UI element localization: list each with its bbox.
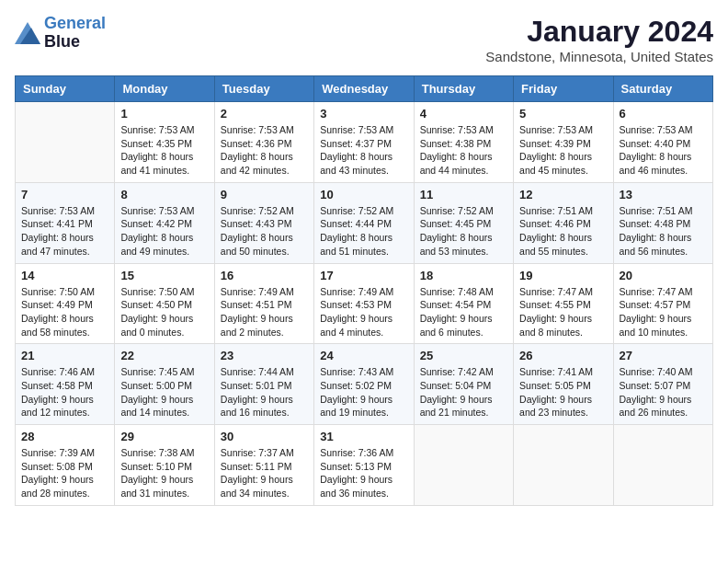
calendar-cell — [514, 425, 613, 506]
cell-content: Sunrise: 7:50 AMSunset: 4:50 PMDaylight:… — [120, 285, 208, 339]
day-header-thursday: Thursday — [414, 76, 513, 102]
day-header-wednesday: Wednesday — [314, 76, 414, 102]
calendar-cell: 12Sunrise: 7:51 AMSunset: 4:46 PMDayligh… — [514, 182, 613, 263]
day-number: 21 — [21, 349, 108, 362]
cell-content: Sunrise: 7:45 AMSunset: 5:00 PMDaylight:… — [120, 365, 208, 419]
calendar-cell — [414, 425, 513, 506]
cell-content: Sunrise: 7:46 AMSunset: 4:58 PMDaylight:… — [21, 365, 108, 419]
day-number: 26 — [519, 349, 607, 362]
day-number: 16 — [221, 269, 308, 282]
calendar-cell: 30Sunrise: 7:37 AMSunset: 5:11 PMDayligh… — [214, 425, 313, 506]
cell-content: Sunrise: 7:38 AMSunset: 5:10 PMDaylight:… — [120, 446, 208, 500]
day-number: 28 — [21, 430, 108, 443]
week-row-4: 21Sunrise: 7:46 AMSunset: 4:58 PMDayligh… — [16, 344, 713, 425]
day-number: 19 — [519, 269, 607, 282]
calendar-cell: 13Sunrise: 7:51 AMSunset: 4:48 PMDayligh… — [613, 182, 712, 263]
calendar-cell: 11Sunrise: 7:52 AMSunset: 4:45 PMDayligh… — [414, 182, 513, 263]
cell-content: Sunrise: 7:52 AMSunset: 4:43 PMDaylight:… — [221, 204, 308, 259]
cell-content: Sunrise: 7:36 AMSunset: 5:13 PMDaylight:… — [320, 446, 407, 500]
day-number: 20 — [620, 269, 707, 282]
day-number: 17 — [320, 269, 407, 282]
cell-content: Sunrise: 7:53 AMSunset: 4:36 PMDaylight:… — [221, 123, 308, 178]
page-header: General Blue January 2024 Sandstone, Min… — [15, 15, 713, 64]
calendar-cell: 8Sunrise: 7:53 AMSunset: 4:42 PMDaylight… — [115, 182, 214, 263]
calendar-cell: 2Sunrise: 7:53 AMSunset: 4:36 PMDaylight… — [214, 102, 313, 183]
calendar-cell: 19Sunrise: 7:47 AMSunset: 4:55 PMDayligh… — [514, 263, 613, 344]
calendar-cell: 24Sunrise: 7:43 AMSunset: 5:02 PMDayligh… — [314, 344, 414, 425]
day-number: 12 — [519, 188, 607, 201]
cell-content: Sunrise: 7:39 AMSunset: 5:08 PMDaylight:… — [21, 446, 108, 500]
day-header-tuesday: Tuesday — [214, 76, 313, 102]
day-header-friday: Friday — [514, 76, 613, 102]
calendar-cell: 27Sunrise: 7:40 AMSunset: 5:07 PMDayligh… — [613, 344, 712, 425]
month-title: January 2024 — [485, 15, 713, 49]
cell-content: Sunrise: 7:40 AMSunset: 5:07 PMDaylight:… — [620, 365, 707, 419]
day-header-saturday: Saturday — [613, 76, 712, 102]
logo-text: General Blue — [44, 15, 106, 52]
calendar-cell: 31Sunrise: 7:36 AMSunset: 5:13 PMDayligh… — [314, 425, 414, 506]
cell-content: Sunrise: 7:53 AMSunset: 4:40 PMDaylight:… — [620, 123, 707, 178]
cell-content: Sunrise: 7:44 AMSunset: 5:01 PMDaylight:… — [221, 365, 308, 419]
cell-content: Sunrise: 7:51 AMSunset: 4:46 PMDaylight:… — [519, 204, 607, 259]
cell-content: Sunrise: 7:48 AMSunset: 4:54 PMDaylight:… — [420, 285, 507, 339]
day-number: 27 — [620, 349, 707, 362]
week-row-2: 7Sunrise: 7:53 AMSunset: 4:41 PMDaylight… — [16, 182, 713, 263]
cell-content: Sunrise: 7:53 AMSunset: 4:39 PMDaylight:… — [519, 123, 607, 178]
cell-content: Sunrise: 7:49 AMSunset: 4:53 PMDaylight:… — [320, 285, 407, 339]
day-header-sunday: Sunday — [16, 76, 115, 102]
day-number: 10 — [320, 188, 407, 201]
day-number: 30 — [221, 430, 308, 443]
cell-content: Sunrise: 7:47 AMSunset: 4:57 PMDaylight:… — [620, 285, 707, 339]
cell-content: Sunrise: 7:53 AMSunset: 4:42 PMDaylight:… — [120, 204, 208, 259]
calendar-cell: 7Sunrise: 7:53 AMSunset: 4:41 PMDaylight… — [16, 182, 115, 263]
day-number: 7 — [21, 188, 108, 201]
day-number: 24 — [320, 349, 407, 362]
calendar-cell: 29Sunrise: 7:38 AMSunset: 5:10 PMDayligh… — [115, 425, 214, 506]
cell-content: Sunrise: 7:53 AMSunset: 4:35 PMDaylight:… — [120, 123, 208, 178]
day-number: 22 — [120, 349, 208, 362]
calendar-cell: 18Sunrise: 7:48 AMSunset: 4:54 PMDayligh… — [414, 263, 513, 344]
calendar-cell: 21Sunrise: 7:46 AMSunset: 4:58 PMDayligh… — [16, 344, 115, 425]
day-number: 23 — [221, 349, 308, 362]
calendar-cell: 23Sunrise: 7:44 AMSunset: 5:01 PMDayligh… — [214, 344, 313, 425]
cell-content: Sunrise: 7:53 AMSunset: 4:37 PMDaylight:… — [320, 123, 407, 178]
cell-content: Sunrise: 7:43 AMSunset: 5:02 PMDaylight:… — [320, 365, 407, 419]
cell-content: Sunrise: 7:49 AMSunset: 4:51 PMDaylight:… — [221, 285, 308, 339]
calendar-cell: 20Sunrise: 7:47 AMSunset: 4:57 PMDayligh… — [613, 263, 712, 344]
day-number: 31 — [320, 430, 407, 443]
calendar-cell: 16Sunrise: 7:49 AMSunset: 4:51 PMDayligh… — [214, 263, 313, 344]
day-number: 13 — [620, 188, 707, 201]
logo: General Blue — [15, 15, 106, 52]
cell-content: Sunrise: 7:53 AMSunset: 4:38 PMDaylight:… — [420, 123, 507, 178]
day-number: 4 — [420, 107, 507, 121]
calendar-cell: 28Sunrise: 7:39 AMSunset: 5:08 PMDayligh… — [16, 425, 115, 506]
week-row-3: 14Sunrise: 7:50 AMSunset: 4:49 PMDayligh… — [16, 263, 713, 344]
calendar-cell: 1Sunrise: 7:53 AMSunset: 4:35 PMDaylight… — [115, 102, 214, 183]
calendar-cell: 5Sunrise: 7:53 AMSunset: 4:39 PMDaylight… — [514, 102, 613, 183]
cell-content: Sunrise: 7:47 AMSunset: 4:55 PMDaylight:… — [519, 285, 607, 339]
calendar-cell: 25Sunrise: 7:42 AMSunset: 5:04 PMDayligh… — [414, 344, 513, 425]
cell-content: Sunrise: 7:42 AMSunset: 5:04 PMDaylight:… — [420, 365, 507, 419]
calendar-cell: 22Sunrise: 7:45 AMSunset: 5:00 PMDayligh… — [115, 344, 214, 425]
calendar-cell: 4Sunrise: 7:53 AMSunset: 4:38 PMDaylight… — [414, 102, 513, 183]
cell-content: Sunrise: 7:51 AMSunset: 4:48 PMDaylight:… — [620, 204, 707, 259]
cell-content: Sunrise: 7:41 AMSunset: 5:05 PMDaylight:… — [519, 365, 607, 419]
calendar-table: SundayMondayTuesdayWednesdayThursdayFrid… — [15, 75, 713, 506]
calendar-cell: 26Sunrise: 7:41 AMSunset: 5:05 PMDayligh… — [514, 344, 613, 425]
day-number: 29 — [120, 430, 208, 443]
cell-content: Sunrise: 7:52 AMSunset: 4:45 PMDaylight:… — [420, 204, 507, 259]
calendar-cell: 15Sunrise: 7:50 AMSunset: 4:50 PMDayligh… — [115, 263, 214, 344]
day-number: 5 — [519, 107, 607, 121]
cell-content: Sunrise: 7:37 AMSunset: 5:11 PMDaylight:… — [221, 446, 308, 500]
calendar-header-row: SundayMondayTuesdayWednesdayThursdayFrid… — [16, 76, 713, 102]
location: Sandstone, Minnesota, United States — [485, 49, 713, 64]
day-header-monday: Monday — [115, 76, 214, 102]
calendar-cell: 10Sunrise: 7:52 AMSunset: 4:44 PMDayligh… — [314, 182, 414, 263]
calendar-cell: 6Sunrise: 7:53 AMSunset: 4:40 PMDaylight… — [613, 102, 712, 183]
calendar-cell: 3Sunrise: 7:53 AMSunset: 4:37 PMDaylight… — [314, 102, 414, 183]
cell-content: Sunrise: 7:53 AMSunset: 4:41 PMDaylight:… — [21, 204, 108, 259]
cell-content: Sunrise: 7:50 AMSunset: 4:49 PMDaylight:… — [21, 285, 108, 339]
day-number: 2 — [221, 107, 308, 121]
calendar-cell — [16, 102, 115, 183]
day-number: 25 — [420, 349, 507, 362]
